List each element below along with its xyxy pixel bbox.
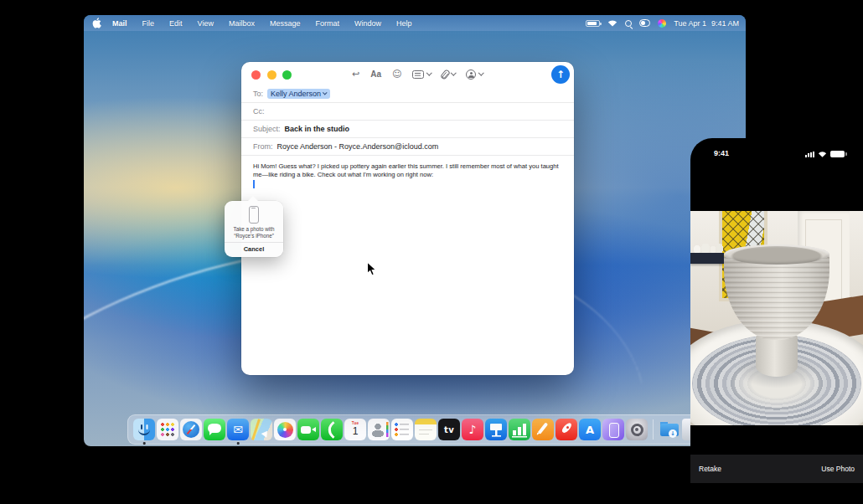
send-button[interactable]: ↑ bbox=[551, 65, 570, 84]
menu-bar-time: 9:41 AM bbox=[711, 19, 739, 28]
dock-launchpad-icon[interactable] bbox=[157, 419, 178, 440]
stage: MailFileEditViewMailboxMessageFormatWind… bbox=[0, 0, 863, 504]
popup-line2: “Royce's iPhone” bbox=[225, 233, 283, 239]
recipient-token[interactable]: Kelly Anderson bbox=[267, 89, 330, 99]
subject-field[interactable]: Subject: Back in the studio bbox=[241, 121, 574, 138]
insert-person-icon bbox=[466, 69, 476, 80]
menu-bar: MailFileEditViewMailboxMessageFormatWind… bbox=[84, 15, 746, 31]
dock-finder-icon[interactable] bbox=[133, 419, 155, 440]
dock: ✉Tue1tv♪A↓ bbox=[127, 414, 710, 445]
attach-button[interactable] bbox=[442, 69, 456, 80]
dock-messages-icon[interactable] bbox=[204, 419, 225, 440]
menu-item-window[interactable]: Window bbox=[347, 19, 389, 28]
menu-item-message[interactable]: Message bbox=[262, 19, 308, 28]
mouse-cursor bbox=[366, 261, 377, 277]
to-label: To: bbox=[253, 90, 263, 98]
siri-icon[interactable] bbox=[658, 19, 666, 28]
dock-keynote-icon[interactable] bbox=[485, 419, 507, 440]
close-button[interactable] bbox=[251, 70, 261, 80]
dock-notes-icon[interactable] bbox=[415, 419, 437, 440]
menu-bar-clock[interactable]: Tue Apr 1 9:41 AM bbox=[674, 19, 739, 28]
minimize-button[interactable] bbox=[267, 70, 276, 80]
compose-toolbar: ↩ Aa ☺ bbox=[352, 67, 483, 81]
message-body[interactable]: Hi Mom! Guess what? I picked up pottery … bbox=[253, 162, 566, 178]
dock-phone-icon[interactable] bbox=[321, 419, 343, 440]
menu-item-edit[interactable]: Edit bbox=[162, 19, 190, 28]
dock-facetime-icon[interactable] bbox=[297, 419, 319, 440]
subject-value: Back in the studio bbox=[285, 125, 350, 133]
wifi-icon[interactable] bbox=[607, 19, 618, 27]
dock-numbers-icon[interactable] bbox=[509, 419, 530, 440]
search-icon[interactable] bbox=[625, 20, 632, 27]
cellular-signal-icon bbox=[805, 152, 814, 157]
use-photo-button[interactable]: Use Photo bbox=[821, 455, 855, 483]
dock-maps-icon[interactable] bbox=[251, 419, 272, 440]
dock-calendar-icon[interactable]: Tue1 bbox=[344, 419, 366, 440]
dock-appstore-icon[interactable]: A bbox=[579, 419, 601, 440]
dock-reminders-icon[interactable] bbox=[391, 419, 413, 440]
emoji-icon[interactable]: ☺ bbox=[392, 69, 401, 80]
header-fields-button[interactable] bbox=[412, 70, 432, 79]
photo-pot-foot bbox=[756, 335, 798, 377]
format-button[interactable]: Aa bbox=[370, 69, 381, 79]
dock-photos-icon[interactable] bbox=[274, 419, 296, 440]
undo-icon[interactable]: ↩ bbox=[352, 69, 359, 80]
to-field[interactable]: To: Kelly Anderson bbox=[241, 85, 574, 103]
retake-button[interactable]: Retake bbox=[699, 455, 721, 483]
recipient-name: Kelly Anderson bbox=[271, 90, 321, 98]
battery-icon bbox=[830, 151, 845, 157]
insert-from-iphone-button[interactable] bbox=[466, 69, 483, 80]
mail-compose-window: ↩ Aa ☺ ↑ To: Kelly Anderson bbox=[241, 62, 574, 375]
window-controls bbox=[251, 70, 292, 80]
dock-music-icon[interactable]: ♪ bbox=[462, 419, 483, 440]
cc-field[interactable]: Cc: bbox=[241, 103, 574, 121]
from-value: Royce Anderson - Royce.Anderson@icloud.c… bbox=[277, 142, 439, 151]
iphone-screen: 9:41 Retake Use Photo bbox=[690, 138, 863, 504]
dock-contacts-icon[interactable] bbox=[368, 419, 390, 440]
paperclip-icon bbox=[440, 69, 451, 80]
battery-icon[interactable] bbox=[586, 20, 600, 27]
media-browser-icon bbox=[412, 70, 424, 79]
menu-item-format[interactable]: Format bbox=[307, 19, 347, 28]
dock-rocket-icon[interactable] bbox=[556, 419, 577, 440]
menu-item-view[interactable]: View bbox=[190, 19, 221, 28]
text-cursor bbox=[253, 180, 255, 188]
menu-bar-status: Tue Apr 1 9:41 AM bbox=[586, 19, 739, 28]
dock-iphone-mirroring-icon[interactable] bbox=[602, 419, 624, 440]
dock-safari-icon[interactable] bbox=[180, 419, 202, 440]
zoom-button[interactable] bbox=[282, 70, 292, 80]
chevron-down-icon bbox=[323, 90, 327, 95]
iphone-outline-icon bbox=[249, 206, 259, 224]
from-field[interactable]: From: Royce Anderson - Royce.Anderson@ic… bbox=[241, 138, 574, 156]
photo-clay-bowl-rim bbox=[724, 244, 829, 265]
iphone-status-icons bbox=[805, 151, 845, 157]
compose-header-fields: To: Kelly Anderson Cc: Subject: Back in … bbox=[241, 85, 574, 156]
popup-line1: Take a photo with bbox=[225, 226, 283, 233]
from-label: From: bbox=[253, 142, 273, 151]
dock-settings-icon[interactable] bbox=[626, 419, 648, 440]
dock-mail-icon[interactable]: ✉ bbox=[227, 419, 249, 440]
cc-label: Cc: bbox=[253, 107, 265, 116]
dock-pages-icon[interactable] bbox=[532, 419, 554, 440]
menu-item-mail[interactable]: Mail bbox=[105, 19, 135, 28]
dock-downloads-icon[interactable]: ↓ bbox=[659, 419, 680, 440]
menu-item-mailbox[interactable]: Mailbox bbox=[221, 19, 262, 28]
chevron-down-icon bbox=[427, 70, 432, 75]
dock-tv-icon[interactable]: tv bbox=[438, 419, 460, 440]
camera-viewfinder-photo bbox=[690, 211, 863, 425]
control-center-icon[interactable] bbox=[639, 19, 650, 27]
dock-divider bbox=[653, 419, 654, 440]
wifi-icon bbox=[818, 151, 827, 157]
subject-label: Subject: bbox=[253, 125, 281, 133]
menu-bar-date: Tue Apr 1 bbox=[674, 19, 706, 28]
menu-item-file[interactable]: File bbox=[135, 19, 163, 28]
cancel-button[interactable]: Cancel bbox=[225, 243, 283, 255]
camera-action-bar: Retake Use Photo bbox=[690, 455, 863, 483]
photo-shelf bbox=[690, 253, 724, 264]
chevron-down-icon bbox=[479, 70, 484, 75]
continuity-camera-popup: Take a photo with “Royce's iPhone” Cance… bbox=[225, 201, 283, 257]
chevron-down-icon bbox=[451, 70, 456, 75]
apple-menu-icon[interactable] bbox=[92, 18, 101, 28]
menu-item-help[interactable]: Help bbox=[389, 19, 420, 28]
menu-items: MailFileEditViewMailboxMessageFormatWind… bbox=[105, 19, 420, 28]
